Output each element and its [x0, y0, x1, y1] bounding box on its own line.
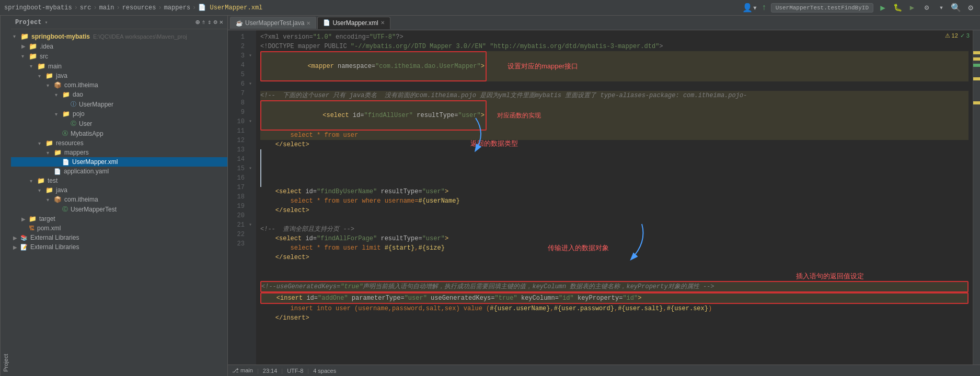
mapper-annotation: 设置对应的mapper接口: [508, 62, 578, 71]
breadcrumb-project[interactable]: springboot-mybatis: [4, 4, 72, 11]
tree-item-main[interactable]: ▾ 📁 main: [11, 61, 227, 71]
tree-item-pom[interactable]: ▶ 🏗 pom.xml: [11, 224, 227, 233]
tree-item-test[interactable]: ▾ 📁 test: [11, 176, 227, 185]
tree-item-test-com[interactable]: ▾ 📦 com.itheima: [11, 195, 227, 204]
tab-usermappertest[interactable]: ☕ UserMapperTest.java ✕: [230, 17, 316, 29]
tree-label-test-com: com.itheima: [64, 196, 98, 203]
status-sep-3: |: [307, 368, 309, 374]
line-col-indicator[interactable]: 23:14: [263, 368, 278, 374]
tree-item-ext-libs[interactable]: ▶ 📚 External Libraries: [11, 233, 227, 242]
tree-item-mappers[interactable]: ▾ 📁 mappers: [11, 148, 227, 157]
tree-label-user: User: [79, 120, 92, 127]
fold-21[interactable]: ▾: [249, 220, 256, 230]
tree-label-scratches: External Libraries: [30, 243, 79, 251]
sidebar-tool-close[interactable]: ✕: [220, 18, 223, 26]
profile-button[interactable]: ⚙: [921, 3, 932, 13]
tree-item-java[interactable]: ▾ 📁 java: [11, 71, 227, 80]
tree-item-usermapper-xml[interactable]: ▶ 📄 UserMapper.xml: [11, 157, 227, 167]
breadcrumb-src[interactable]: src: [80, 4, 91, 11]
project-tab[interactable]: Project: [0, 16, 11, 376]
search-button[interactable]: 🔍: [951, 3, 961, 13]
tree-arrow-resources: ▾: [38, 140, 43, 146]
run-button[interactable]: ▶: [878, 3, 888, 13]
tree-item-scratches[interactable]: ▶ 📝 External Libraries: [11, 242, 227, 252]
fold-9: [249, 108, 256, 117]
fold-22: [249, 230, 256, 239]
user-icon[interactable]: 👤▾: [742, 3, 758, 13]
run-config-selector[interactable]: UserMapperTest.testFindByID: [771, 3, 873, 13]
code-line-9: 返回的数据类型: [260, 149, 969, 187]
tree-item-user-class[interactable]: ▶ Ⓒ User: [11, 119, 227, 128]
sidebar-toolbar: ⊕ ⇑ ⇕ ⚙ ✕: [195, 18, 223, 27]
code-content[interactable]: <?xml version="1.0" encoding="UTF-8"?> <…: [256, 30, 973, 365]
tree-item-usermappertest[interactable]: ▶ Ⓒ UserMapperTest: [11, 204, 227, 214]
fold-gutter: ▾ ▾ ▾ ▾ ▾: [249, 30, 256, 365]
top-bar-right: 👤▾ ↑ UserMapperTest.testFindByID ▶ 🐛 ▶ ⚙…: [742, 3, 976, 13]
tab-xml-icon: 📄: [323, 19, 330, 26]
tree-label-pojo: pojo: [73, 110, 85, 118]
tab-close-usermappertest[interactable]: ✕: [306, 20, 310, 26]
sidebar-tool-expand[interactable]: ⇕: [207, 18, 211, 26]
tree-item-test-java[interactable]: ▾ 📁 java: [11, 185, 227, 195]
folder-icon-test-com: 📦: [54, 196, 62, 203]
indent-indicator[interactable]: 4 spaces: [313, 368, 336, 374]
more-run-button[interactable]: ▾: [936, 3, 947, 13]
breadcrumb-file[interactable]: 📄 UserMapper.xml: [198, 4, 262, 11]
tree-arrow-test: ▾: [30, 178, 35, 184]
fold-15[interactable]: ▾: [249, 164, 256, 173]
code-line-2: <!DOCTYPE mapper PUBLIC "-//mybatis.org/…: [260, 42, 969, 51]
folder-icon-target: 📁: [29, 215, 37, 222]
tree-arrow-scratches: ▶: [13, 244, 18, 250]
tree-arrow-ext-libs: ▶: [13, 235, 18, 241]
breadcrumb-mappers[interactable]: mappers: [164, 4, 190, 11]
fold-13: [249, 145, 256, 155]
breadcrumb-main[interactable]: main: [99, 4, 114, 11]
tree-item-usermapper-interface[interactable]: ▶ Ⓘ UserMapper: [11, 99, 227, 109]
breadcrumb-resources[interactable]: resources: [122, 4, 156, 11]
encoding-indicator[interactable]: UTF-8: [287, 368, 303, 374]
code-editor[interactable]: ⚠ 12 ✓ 3 12345 678910 1112131415 1617181…: [228, 30, 980, 365]
code-line-15: <select id="findAllForPage" resultType="…: [260, 234, 969, 243]
editor-area: ☕ UserMapperTest.java ✕ 📄 UserMapper.xml…: [228, 16, 980, 376]
tree-item-idea[interactable]: ▶ 📁 .idea: [11, 41, 227, 51]
tree-arrow-test-java: ▾: [38, 187, 43, 193]
fold-6[interactable]: ▾: [249, 79, 256, 89]
settings-button[interactable]: ⚙: [965, 3, 976, 13]
tree-item-application-yaml[interactable]: ▶ 📄 application.yaml: [11, 167, 227, 176]
fold-3[interactable]: ▾: [249, 51, 256, 61]
tree-label-usermappertest: UserMapperTest: [71, 206, 117, 213]
sidebar-tool-settings[interactable]: ⚙: [214, 18, 217, 26]
code-line-16: select * from user limit #{start},#{size…: [260, 243, 969, 253]
code-line-17: </select>: [260, 253, 969, 262]
sidebar-dropdown-icon[interactable]: ▾: [44, 19, 48, 26]
tree-label-test: test: [48, 177, 57, 184]
git-branch[interactable]: ⎇ main: [232, 367, 253, 374]
tab-close-usermapper-xml[interactable]: ✕: [381, 20, 385, 26]
tree-item-com-itheima[interactable]: ▾ 📦 com.itheima: [11, 80, 227, 90]
fold-16: [249, 173, 256, 183]
fold-10[interactable]: ▾: [249, 117, 256, 126]
xml-icon-usermapper: 📄: [62, 159, 70, 166]
coverage-button[interactable]: ▶: [907, 3, 917, 13]
tree-item-dao[interactable]: ▾ 📁 dao: [11, 90, 227, 99]
tree-item-pojo[interactable]: ▾ 📁 pojo: [11, 109, 227, 119]
sidebar-tool-collapse[interactable]: ⇑: [202, 18, 205, 26]
tab-usermapper-xml[interactable]: 📄 UserMapper.xml ✕: [317, 17, 390, 29]
tree-item-resources[interactable]: ▾ 📁 resources: [11, 138, 227, 148]
vcs-icon[interactable]: ↑: [762, 3, 767, 13]
class-icon-user: Ⓒ: [71, 120, 76, 127]
tree-item-target[interactable]: ▶ 📁 target: [11, 214, 227, 224]
folder-icon-mappers: 📁: [54, 149, 62, 156]
tree-item-root[interactable]: ▾ 📁 springboot-mybatis E:\QC\IDEA worksp…: [11, 31, 227, 41]
code-line-21: <insert id="addOne" parameterType="user"…: [260, 292, 969, 304]
tree-item-src[interactable]: ▾ 📁 src: [11, 51, 227, 61]
sidebar-tool-add[interactable]: ⊕: [195, 18, 200, 27]
folder-icon-idea: 📁: [29, 42, 37, 50]
status-bar: ⎇ main | 23:14 | UTF-8 | 4 spaces: [228, 365, 980, 376]
debug-button[interactable]: 🐛: [892, 3, 903, 13]
right-gutter[interactable]: [973, 30, 980, 365]
top-bar: springboot-mybatis › src › main › resour…: [0, 0, 980, 16]
fold-2: [249, 42, 256, 51]
tree-label-ext-libs: External Libraries: [30, 234, 79, 241]
tree-item-mybatisapp[interactable]: ▶ Ⓐ MybatisApp: [11, 128, 227, 138]
